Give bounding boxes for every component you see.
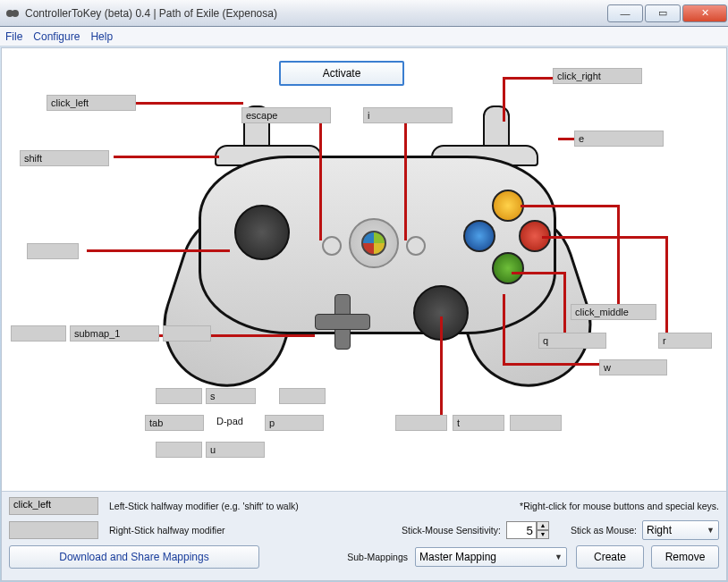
- sensitivity-value[interactable]: [506, 521, 537, 539]
- map-ls-down[interactable]: [163, 325, 211, 342]
- submappings-label: Sub-Mappings: [347, 552, 408, 562]
- app-icon: [5, 6, 20, 21]
- sensitivity-spinner[interactable]: ▲ ▼: [506, 521, 549, 539]
- ls-half-input[interactable]: click_left: [9, 497, 98, 515]
- ls-half-label: Left-Stick halfway modifier (e.g. 'shift…: [109, 501, 299, 511]
- map-dpad-up-blank[interactable]: [156, 388, 202, 404]
- map-lb[interactable]: shift: [20, 150, 109, 166]
- stick-mouse-combo[interactable]: Right ▼: [642, 520, 719, 540]
- submappings-value: Master Mapping: [419, 551, 496, 563]
- rs-half-input[interactable]: [9, 521, 98, 539]
- map-dpad-up[interactable]: s: [206, 388, 256, 404]
- map-dpad-right[interactable]: p: [265, 415, 324, 431]
- svg-point-1: [12, 10, 19, 17]
- map-rs-click[interactable]: t: [453, 415, 504, 431]
- map-ls-click[interactable]: submap_1: [70, 325, 159, 342]
- submappings-combo[interactable]: Master Mapping ▼: [415, 547, 567, 567]
- line: [503, 77, 505, 122]
- chevron-down-icon: ▼: [554, 552, 563, 561]
- line: [563, 272, 566, 339]
- map-b[interactable]: r: [658, 333, 712, 349]
- download-mappings-button[interactable]: Download and Share Mappings: [9, 545, 259, 569]
- chevron-down-icon: ▼: [707, 526, 715, 535]
- line: [136, 102, 243, 105]
- guide-button-icon: [361, 231, 386, 256]
- menu-configure[interactable]: Configure: [33, 30, 80, 43]
- line: [114, 156, 219, 158]
- line: [665, 236, 668, 339]
- line: [521, 205, 619, 207]
- menu-help[interactable]: Help: [90, 30, 113, 43]
- line: [503, 294, 505, 366]
- menu-file[interactable]: File: [5, 30, 22, 43]
- map-x[interactable]: w: [599, 359, 667, 375]
- close-button[interactable]: ✕: [682, 4, 727, 22]
- window-title: ControllerToKey (beta) 0.4 | Path of Exi…: [25, 7, 606, 20]
- dpad-icon: [315, 294, 368, 348]
- map-rs-left[interactable]: [395, 415, 447, 431]
- line: [542, 236, 667, 239]
- start-button-icon: [406, 236, 426, 256]
- maximize-button[interactable]: ▭: [645, 4, 681, 22]
- map-back[interactable]: escape: [241, 107, 331, 123]
- line: [440, 316, 443, 419]
- map-y[interactable]: click_middle: [571, 304, 656, 320]
- map-dpad-blank2[interactable]: [279, 388, 326, 404]
- map-rt[interactable]: click_right: [553, 68, 642, 84]
- map-dpad-down[interactable]: u: [206, 442, 265, 458]
- menubar: File Configure Help: [0, 27, 728, 46]
- left-stick-icon: [234, 205, 290, 260]
- create-button[interactable]: Create: [576, 545, 644, 569]
- main-panel: Activate: [1, 47, 727, 581]
- map-start[interactable]: i: [363, 107, 453, 123]
- sensitivity-label: Stick-Mouse Sensitivity:: [402, 525, 501, 536]
- window-controls: — ▭ ✕: [606, 4, 728, 22]
- spin-up-icon[interactable]: ▲: [537, 521, 549, 530]
- map-lt[interactable]: click_left: [47, 95, 136, 111]
- map-rb[interactable]: e: [574, 131, 664, 147]
- rightclick-hint: *Right-click for mouse buttons and speci…: [520, 501, 719, 511]
- titlebar: ControllerToKey (beta) 0.4 | Path of Exi…: [0, 0, 728, 27]
- map-dpad-blank3[interactable]: [156, 442, 202, 458]
- a-button-icon: [492, 252, 524, 284]
- x-button-icon: [463, 220, 495, 252]
- line: [503, 363, 601, 366]
- line: [404, 115, 407, 240]
- spin-down-icon[interactable]: ▼: [537, 530, 549, 539]
- map-ls-left[interactable]: [11, 325, 66, 342]
- line: [87, 249, 230, 252]
- remove-button[interactable]: Remove: [651, 545, 719, 569]
- rs-half-label: Right-Stick halfway modifier: [109, 525, 225, 536]
- map-a[interactable]: q: [538, 333, 606, 349]
- minimize-button[interactable]: —: [607, 4, 643, 22]
- mapping-canvas: Activate: [2, 48, 726, 477]
- activate-button[interactable]: Activate: [279, 61, 404, 86]
- line: [617, 205, 620, 308]
- line: [503, 77, 553, 80]
- map-dpad-left[interactable]: tab: [145, 415, 204, 431]
- stick-mouse-label: Stick as Mouse:: [571, 525, 637, 536]
- line: [319, 115, 322, 240]
- back-button-icon: [322, 236, 342, 256]
- line: [512, 272, 565, 274]
- stick-mouse-value: Right: [647, 524, 672, 536]
- y-button-icon: [492, 190, 524, 222]
- map-ls-up[interactable]: [27, 243, 79, 259]
- dpad-label: D-pad: [216, 416, 243, 426]
- map-rs-right[interactable]: [510, 415, 562, 431]
- bottom-panel: click_left Left-Stick halfway modifier (…: [2, 491, 726, 580]
